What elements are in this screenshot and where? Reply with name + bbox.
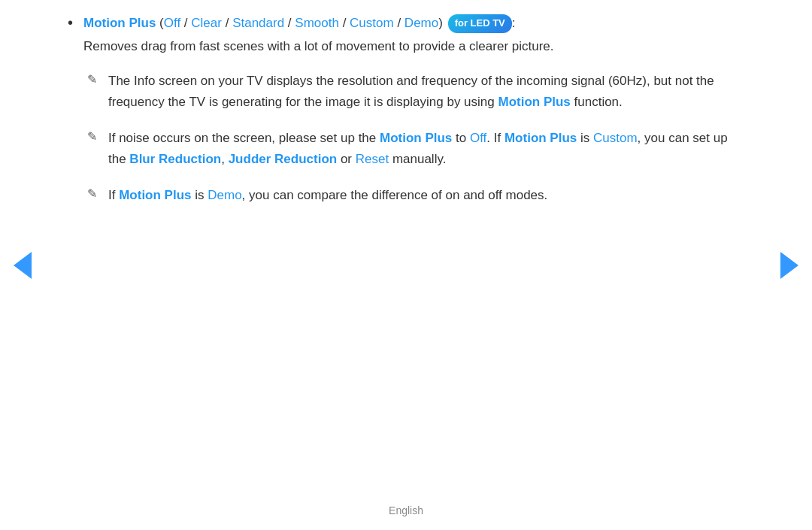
slash3: / — [288, 16, 295, 30]
note3-text3: , you can compare the difference of on a… — [242, 188, 548, 202]
option-custom: Custom — [350, 16, 394, 30]
note2-text6: , — [221, 152, 228, 166]
nav-arrow-left[interactable] — [14, 252, 32, 279]
note2-icon: ✎ — [83, 129, 101, 144]
option-off: Off — [164, 16, 180, 30]
bullet-section: • Motion Plus (Off / Clear / Standard / … — [68, 14, 744, 57]
note3-content: If Motion Plus is Demo, you can compare … — [108, 185, 744, 206]
first-line: Motion Plus (Off / Clear / Standard / Sm… — [83, 14, 744, 33]
note2-motion-plus1: Motion Plus — [380, 131, 452, 145]
option-smooth: Smooth — [295, 16, 339, 30]
note3-text2: is — [192, 188, 208, 202]
note3-section: ✎ If Motion Plus is Demo, you can compar… — [83, 185, 744, 206]
note3-demo: Demo — [208, 188, 241, 202]
slash1: / — [184, 16, 191, 30]
note3-icon: ✎ — [83, 186, 101, 201]
note3-text1: If — [108, 188, 119, 202]
slash4: / — [343, 16, 350, 30]
note2-text4: is — [577, 131, 593, 145]
note2-text2: to — [452, 131, 470, 145]
option-standard: Standard — [232, 16, 284, 30]
note2-reset: Reset — [356, 152, 389, 166]
note1-icon: ✎ — [83, 72, 101, 86]
note2-text8: manually. — [389, 152, 446, 166]
note2-judder: Judder Reduction — [229, 152, 338, 166]
nav-arrow-right[interactable] — [780, 252, 798, 279]
note2-text1: If noise occurs on the screen, please se… — [108, 131, 380, 145]
option-clear: Clear — [191, 16, 222, 30]
note1-text-before: The Info screen on your TV displays the … — [108, 74, 714, 109]
main-content: • Motion Plus (Off / Clear / Standard / … — [0, 0, 812, 236]
led-tv-badge: for LED TV — [448, 14, 512, 32]
option-demo: Demo — [404, 16, 438, 30]
note2-text7: or — [337, 152, 356, 166]
note2-content: If noise occurs on the screen, please se… — [108, 128, 744, 170]
motion-plus-label: Motion Plus — [83, 16, 156, 30]
slash2: / — [226, 16, 232, 30]
bullet-content: Motion Plus (Off / Clear / Standard / Sm… — [83, 14, 744, 57]
paren-close: ) — [438, 16, 443, 30]
bullet-description: Removes drag from fast scenes with a lot… — [83, 36, 744, 56]
note1-content: The Info screen on your TV displays the … — [108, 71, 744, 113]
note2-off: Off — [470, 131, 486, 145]
footer-language: English — [389, 504, 423, 516]
note1-text-after: function. — [571, 95, 623, 109]
note2-blur: Blur Reduction — [129, 152, 221, 166]
note1-section: ✎ The Info screen on your TV displays th… — [83, 71, 744, 113]
note3-motion-plus: Motion Plus — [119, 188, 191, 202]
note2-custom: Custom — [593, 131, 638, 145]
bullet-dot: • — [68, 14, 73, 32]
note2-section: ✎ If noise occurs on the screen, please … — [83, 128, 744, 170]
note2-motion-plus2: Motion Plus — [504, 131, 577, 145]
colon: : — [512, 16, 516, 30]
note2-text3: . If — [486, 131, 504, 145]
note1-motion-plus: Motion Plus — [498, 95, 570, 109]
slash5: / — [397, 16, 404, 30]
